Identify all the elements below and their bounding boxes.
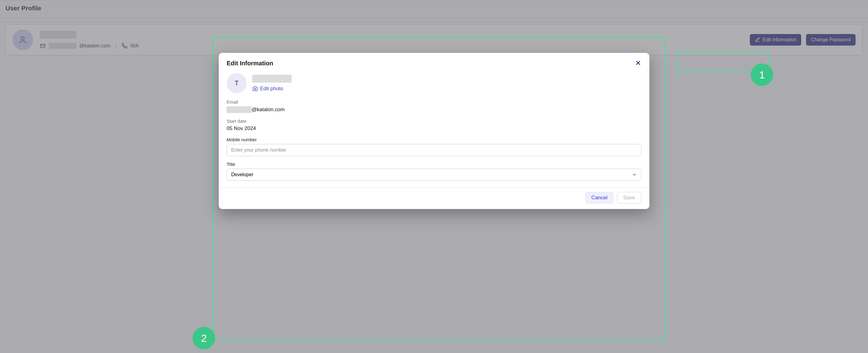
start-date-label: Start date <box>226 118 642 124</box>
modal-footer: Cancel Save <box>219 187 649 209</box>
mobile-number-label: Mobile number <box>226 137 642 142</box>
edit-photo-button[interactable]: Edit photo <box>252 86 291 92</box>
redacted-email-local-modal <box>226 106 251 113</box>
close-button[interactable] <box>635 60 642 67</box>
title-select-wrap: Developer <box>226 169 642 181</box>
modal-avatar: T <box>226 73 247 93</box>
modal-title: Edit Information <box>226 60 273 67</box>
redacted-modal-name <box>252 75 291 83</box>
save-button[interactable]: Save <box>617 192 642 204</box>
title-label: Title <box>226 161 642 167</box>
modal-body: Edit Information T Edit photo Email @kat… <box>219 53 649 187</box>
email-label: Email <box>226 99 642 105</box>
close-icon <box>636 60 641 66</box>
email-domain-modal: @katalon.com <box>251 107 285 113</box>
svg-point-4 <box>254 88 256 90</box>
cancel-button[interactable]: Cancel <box>586 192 613 204</box>
email-value: @katalon.com <box>226 106 642 113</box>
avatar-info: Edit photo <box>252 75 291 92</box>
mobile-number-input[interactable] <box>226 144 642 156</box>
modal-header: Edit Information <box>226 60 642 67</box>
avatar-row: T Edit photo <box>226 73 642 93</box>
edit-information-modal: Edit Information T Edit photo Email @kat… <box>219 53 649 209</box>
edit-photo-label: Edit photo <box>260 86 283 92</box>
start-date-value: 05 Nov 2024 <box>226 125 642 131</box>
camera-icon <box>252 86 258 92</box>
title-select[interactable]: Developer <box>226 169 642 181</box>
